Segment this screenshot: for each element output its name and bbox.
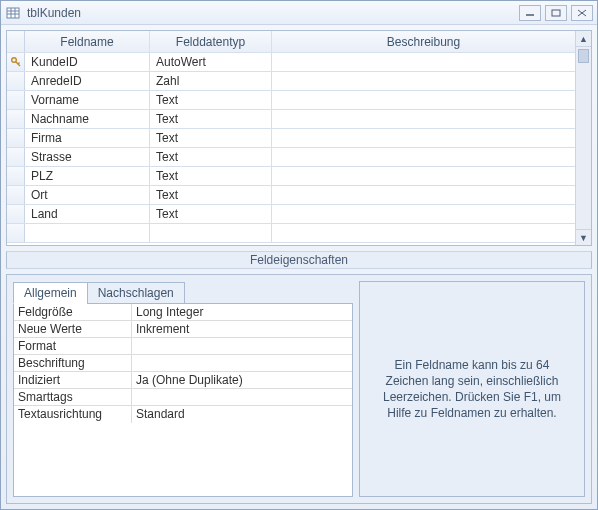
cell-description[interactable] [272,129,575,147]
cell-datatype[interactable]: Text [150,205,272,223]
property-label: Smarttags [14,389,132,405]
header-fieldname[interactable]: Feldname [25,31,150,52]
property-label: Neue Werte [14,321,132,337]
close-button[interactable] [571,5,593,21]
empty-row[interactable] [7,224,575,243]
row-selector[interactable] [7,129,25,147]
cell-datatype[interactable] [150,224,272,242]
property-tabs: Allgemein Nachschlagen [13,282,353,304]
table-row[interactable]: OrtText [7,186,575,205]
cell-fieldname[interactable]: Ort [25,186,150,204]
fields-grid[interactable]: Feldname Felddatentyp Beschreibung Kunde… [6,30,592,246]
titlebar[interactable]: tblKunden [1,1,597,25]
row-selector[interactable] [7,186,25,204]
property-row[interactable]: Smarttags [14,389,352,406]
table-row[interactable]: AnredeIDZahl [7,72,575,91]
property-value[interactable] [132,355,352,371]
table-icon [5,5,21,21]
row-selector[interactable] [7,110,25,128]
cell-datatype[interactable]: Text [150,91,272,109]
cell-description[interactable] [272,110,575,128]
select-all-corner[interactable] [7,31,25,52]
cell-fieldname[interactable]: PLZ [25,167,150,185]
primary-key-icon [10,56,22,68]
cell-fieldname[interactable]: KundeID [25,53,150,71]
tab-lookup[interactable]: Nachschlagen [87,282,185,304]
row-selector[interactable] [7,53,25,71]
property-row[interactable]: TextausrichtungStandard [14,406,352,423]
property-row[interactable]: Neue WerteInkrement [14,321,352,338]
cell-description[interactable] [272,148,575,166]
cell-datatype[interactable]: Text [150,110,272,128]
property-value[interactable]: Ja (Ohne Duplikate) [132,372,352,388]
property-label: Beschriftung [14,355,132,371]
minimize-button[interactable] [519,5,541,21]
property-label: Format [14,338,132,354]
help-text: Ein Feldname kann bis zu 64 Zeichen lang… [374,357,570,422]
cell-description[interactable] [272,53,575,71]
row-selector[interactable] [7,91,25,109]
grid-header-row: Feldname Felddatentyp Beschreibung [7,31,575,53]
table-row[interactable]: KundeIDAutoWert [7,53,575,72]
cell-description[interactable] [272,91,575,109]
row-selector[interactable] [7,148,25,166]
property-value[interactable]: Inkrement [132,321,352,337]
property-value[interactable] [132,389,352,405]
property-label: Textausrichtung [14,406,132,423]
row-selector[interactable] [7,224,25,242]
cell-fieldname[interactable]: Nachname [25,110,150,128]
svg-rect-0 [7,8,19,18]
cell-datatype[interactable]: Text [150,167,272,185]
cell-fieldname[interactable]: AnredeID [25,72,150,90]
property-row[interactable]: Format [14,338,352,355]
svg-rect-6 [552,10,560,16]
cell-description[interactable] [272,224,575,242]
property-value[interactable]: Standard [132,406,352,423]
svg-line-11 [18,63,20,65]
property-row[interactable]: IndiziertJa (Ohne Duplikate) [14,372,352,389]
property-label: Feldgröße [14,304,132,320]
cell-description[interactable] [272,167,575,185]
table-row[interactable]: LandText [7,205,575,224]
cell-fieldname[interactable]: Land [25,205,150,223]
cell-datatype[interactable]: AutoWert [150,53,272,71]
maximize-button[interactable] [545,5,567,21]
lower-pane: Allgemein Nachschlagen FeldgrößeLong Int… [6,274,592,504]
vertical-scrollbar[interactable]: ▲ ▼ [575,31,591,245]
property-row[interactable]: FeldgrößeLong Integer [14,304,352,321]
scroll-thumb[interactable] [578,49,589,63]
table-row[interactable]: NachnameText [7,110,575,129]
table-row[interactable]: VornameText [7,91,575,110]
cell-fieldname[interactable] [25,224,150,242]
scroll-down-icon[interactable]: ▼ [576,229,591,245]
row-selector[interactable] [7,205,25,223]
cell-description[interactable] [272,186,575,204]
content-area: Feldname Felddatentyp Beschreibung Kunde… [1,25,597,509]
property-row[interactable]: Beschriftung [14,355,352,372]
header-description[interactable]: Beschreibung [272,31,575,52]
help-text-panel: Ein Feldname kann bis zu 64 Zeichen lang… [359,281,585,497]
cell-description[interactable] [272,72,575,90]
row-selector[interactable] [7,167,25,185]
property-label: Indiziert [14,372,132,388]
property-value[interactable]: Long Integer [132,304,352,320]
field-properties-title: Feldeigenschaften [6,251,592,269]
cell-datatype[interactable]: Text [150,186,272,204]
cell-fieldname[interactable]: Vorname [25,91,150,109]
cell-datatype[interactable]: Text [150,148,272,166]
table-row[interactable]: FirmaText [7,129,575,148]
row-selector[interactable] [7,72,25,90]
properties-panel: Allgemein Nachschlagen FeldgrößeLong Int… [13,281,353,497]
cell-datatype[interactable]: Zahl [150,72,272,90]
table-row[interactable]: PLZText [7,167,575,186]
cell-fieldname[interactable]: Strasse [25,148,150,166]
header-datatype[interactable]: Felddatentyp [150,31,272,52]
tab-general[interactable]: Allgemein [13,282,88,304]
cell-description[interactable] [272,205,575,223]
cell-datatype[interactable]: Text [150,129,272,147]
scroll-up-icon[interactable]: ▲ [576,31,591,47]
cell-fieldname[interactable]: Firma [25,129,150,147]
properties-grid[interactable]: FeldgrößeLong IntegerNeue WerteInkrement… [13,303,353,497]
table-row[interactable]: StrasseText [7,148,575,167]
property-value[interactable] [132,338,352,354]
